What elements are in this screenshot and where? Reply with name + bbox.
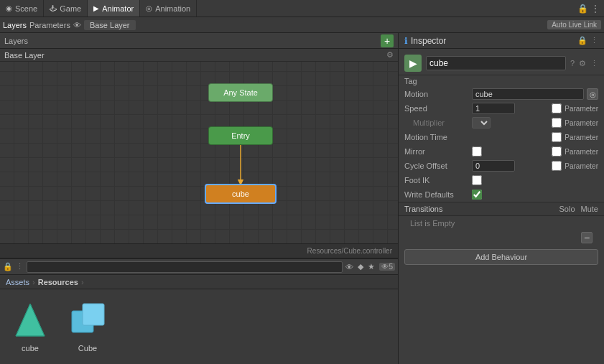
state-cube[interactable]: cube <box>205 184 277 204</box>
tag-label: Tag <box>404 77 469 85</box>
canvas-footer: Resources/Cube.controller <box>0 243 398 258</box>
multiplier-row: Multiplier Parameter <box>399 116 604 130</box>
assets-breadcrumb: Assets › Resources › <box>0 275 398 289</box>
object-icon: ▶ <box>404 55 422 72</box>
more-icon[interactable]: ⋮ <box>591 4 600 14</box>
write-defaults-row: Write Defaults <box>399 187 604 202</box>
inspector-title: Inspector <box>411 36 446 46</box>
speed-parameter-label: Parameter <box>564 105 598 113</box>
inspector-object: ▶ ? ⚙ ⋮ <box>399 52 604 75</box>
circle-assets-icon[interactable]: ◆ <box>358 262 363 271</box>
top-tab-bar: ◉ Scene 🕹 Game ▶ Animator ◎ Animation 🔒 … <box>0 0 604 17</box>
asset-icon-cube-anim <box>9 298 52 341</box>
motion-row: Motion ◎ <box>399 87 604 101</box>
layer-item-base[interactable]: Base Layer ⚙ <box>0 49 398 62</box>
write-defaults-label: Write Defaults <box>404 190 469 199</box>
tab-animator[interactable]: ▶ Animator <box>88 0 140 17</box>
tab-game[interactable]: 🕹 Game <box>44 0 88 17</box>
cycle-offset-parameter-checkbox[interactable] <box>552 161 562 171</box>
solo-label: Solo <box>559 205 575 213</box>
speed-label: Speed <box>404 104 469 113</box>
sub-bar: Layers Parameters 👁 Base Layer Auto Live… <box>0 17 604 33</box>
asset-item-cube-anim[interactable]: cube <box>6 295 55 355</box>
settings-icon[interactable]: ⚙ <box>579 59 586 68</box>
right-panel: ℹ Inspector 🔒 ⋮ ▶ ? ⚙ ⋮ Tag <box>399 33 604 364</box>
asset-item-cube-controller[interactable]: Cube <box>63 295 112 355</box>
foot-ik-row: Foot IK <box>399 173 604 187</box>
speed-parameter-checkbox[interactable] <box>552 103 562 113</box>
multiplier-dropdown[interactable] <box>472 117 491 129</box>
tab-animation[interactable]: ◎ Animation <box>140 0 197 17</box>
more-object-icon[interactable]: ⋮ <box>590 59 598 68</box>
multiplier-label: Multiplier <box>404 118 469 127</box>
assets-search-input[interactable] <box>27 261 343 273</box>
mute-label: Mute <box>581 205 598 213</box>
inspector-bullet: ℹ <box>404 36 408 46</box>
auto-live-link-btn[interactable]: Auto Live Link <box>547 20 601 29</box>
inspector-body: ▶ ? ⚙ ⋮ Tag Motion ◎ Speed <box>399 49 604 364</box>
breadcrumb-resources[interactable]: Resources <box>38 278 78 286</box>
minus-row: − <box>399 230 604 245</box>
left-panel: Layers + Base Layer ⚙ Any State <box>0 33 399 364</box>
svg-rect-6 <box>83 304 104 325</box>
animator-canvas[interactable]: Any State Entry cube <box>0 62 398 243</box>
help-icon[interactable]: ? <box>570 59 575 67</box>
tab-scene[interactable]: ◉ Scene <box>0 0 44 17</box>
mirror-label: Mirror <box>404 147 469 156</box>
cycle-offset-parameter-label: Parameter <box>564 162 598 170</box>
eye-assets-icon[interactable]: 👁 <box>345 263 353 271</box>
breadcrumb-sep2: › <box>81 278 84 286</box>
animation-icon: ◎ <box>146 4 152 12</box>
breadcrumb-sep1: › <box>32 278 35 286</box>
inspector-header: ℹ Inspector 🔒 ⋮ <box>399 33 604 49</box>
add-behaviour-button[interactable]: Add Behaviour <box>404 249 598 265</box>
motion-pick-btn[interactable]: ◎ <box>587 88 598 100</box>
layer-gear-icon[interactable]: ⚙ <box>386 50 394 60</box>
animator-icon: ▶ <box>93 4 99 12</box>
more-small-icon[interactable]: ⋮ <box>16 262 24 271</box>
mirror-row: Mirror Parameter <box>399 144 604 159</box>
cycle-offset-label: Cycle Offset <box>404 162 469 170</box>
eye-icon[interactable]: 👁 <box>73 21 81 29</box>
transitions-title: Transitions <box>404 205 442 213</box>
lock-icon[interactable]: 🔒 <box>577 4 588 14</box>
foot-ik-checkbox[interactable] <box>472 175 482 185</box>
motion-label: Motion <box>404 90 469 98</box>
transitions-section-right: Solo Mute <box>559 205 599 213</box>
write-defaults-checkbox[interactable] <box>472 190 482 200</box>
layers-tab[interactable]: Layers <box>3 21 27 29</box>
motion-input[interactable] <box>472 88 584 100</box>
state-entry[interactable]: Entry <box>208 126 273 145</box>
scene-icon: ◉ <box>6 4 12 12</box>
asset-icon-cube-controller <box>66 298 109 341</box>
speed-input[interactable] <box>472 103 515 114</box>
cycle-offset-input[interactable] <box>472 160 515 172</box>
game-icon: 🕹 <box>50 4 57 12</box>
inspector-lock-icon[interactable]: 🔒 <box>577 36 587 45</box>
motion-time-checkbox[interactable] <box>552 132 562 142</box>
object-name-input[interactable] <box>426 56 566 70</box>
mirror-checkbox[interactable] <box>472 146 482 157</box>
breadcrumb-assets[interactable]: Assets <box>6 278 29 286</box>
remove-transition-btn[interactable]: − <box>581 232 593 243</box>
sub-bar-right: Auto Live Link <box>547 20 601 29</box>
foot-ik-label: Foot IK <box>404 176 469 185</box>
motion-time-label: Motion Time <box>404 133 469 141</box>
multiplier-parameter-checkbox[interactable] <box>552 118 562 128</box>
star-assets-icon[interactable]: ★ <box>368 262 375 271</box>
inspector-more-icon[interactable]: ⋮ <box>590 36 598 45</box>
state-any-state[interactable]: Any State <box>208 83 273 102</box>
lock-small-icon[interactable]: 🔒 <box>3 262 13 271</box>
transitions-section-header: Transitions Solo Mute <box>399 202 604 216</box>
parameters-tab[interactable]: Parameters <box>29 21 70 29</box>
layer-name: Base Layer <box>4 51 45 60</box>
mirror-parameter-label: Parameter <box>564 148 598 156</box>
motion-value-container: ◎ <box>472 88 598 100</box>
transition-arrows <box>0 62 398 243</box>
layers-title: Layers <box>4 37 28 45</box>
breadcrumb-label: Base Layer <box>84 20 136 30</box>
add-layer-button[interactable]: + <box>381 34 394 47</box>
tag-row: Tag <box>399 75 604 87</box>
mirror-parameter-checkbox[interactable] <box>552 146 562 157</box>
inspector-icons: 🔒 ⋮ <box>577 36 598 45</box>
